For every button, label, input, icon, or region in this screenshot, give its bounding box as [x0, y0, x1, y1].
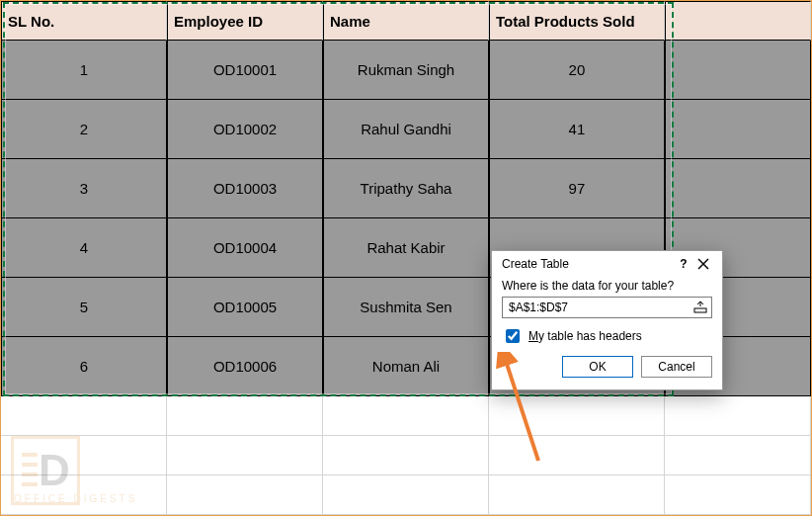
blank-cell[interactable] [1, 436, 167, 475]
dialog-title: Create Table [502, 257, 675, 271]
cell-sold[interactable]: 20 [489, 41, 665, 100]
range-input[interactable] [507, 300, 691, 315]
cell-sl[interactable]: 6 [1, 337, 167, 396]
blank-cell[interactable] [489, 475, 665, 515]
blank-cell[interactable] [665, 159, 811, 218]
range-input-wrapper [502, 297, 712, 318]
cell-emp[interactable]: OD10001 [167, 41, 323, 100]
cell-emp[interactable]: OD10006 [167, 337, 323, 396]
blank-cell[interactable] [167, 436, 323, 475]
create-table-dialog: Create Table ? Where is the data for you… [491, 250, 723, 390]
blank-cell[interactable] [323, 396, 489, 436]
blank-cell[interactable] [1, 475, 167, 515]
dialog-question: Where is the data for your table? [502, 279, 712, 293]
col-header-sold[interactable]: Total Products Sold [489, 1, 665, 41]
empty-row [1, 475, 811, 515]
table-header-row: SL No. Employee ID Name Total Products S… [1, 1, 811, 41]
cell-sl[interactable]: 4 [1, 218, 167, 278]
table-row: 2OD10002Rahul Gandhi41 [1, 100, 811, 159]
col-header-name[interactable]: Name [323, 1, 489, 41]
blank-cell[interactable] [323, 436, 489, 475]
dialog-titlebar: Create Table ? [492, 251, 722, 275]
ok-button[interactable]: OK [562, 356, 633, 378]
headers-checkbox-label[interactable]: My table has headers [528, 329, 642, 343]
cell-name[interactable]: Noman Ali [323, 337, 489, 396]
close-icon[interactable] [692, 258, 714, 270]
blank-cell[interactable] [665, 436, 811, 475]
blank-cell[interactable] [167, 475, 323, 515]
cell-sold[interactable]: 97 [489, 159, 665, 218]
cell-name[interactable]: Rahul Gandhi [323, 100, 489, 159]
cell-name[interactable]: Sushmita Sen [323, 278, 489, 337]
headers-checkbox-row: My table has headers [502, 326, 712, 346]
cell-sl[interactable]: 2 [1, 100, 167, 159]
cell-sl[interactable]: 5 [1, 278, 167, 337]
table-row: 3OD10003Tripathy Saha97 [1, 159, 811, 218]
cell-sl[interactable]: 3 [1, 159, 167, 218]
cell-emp[interactable]: OD10002 [167, 100, 323, 159]
cell-sold[interactable]: 41 [489, 100, 665, 159]
cell-name[interactable]: Rukman Singh [323, 41, 489, 100]
cell-name[interactable]: Rahat Kabir [323, 218, 489, 278]
cell-sl[interactable]: 1 [1, 41, 167, 100]
cell-emp[interactable]: OD10005 [167, 278, 323, 337]
blank-cell[interactable] [323, 475, 489, 515]
cell-emp[interactable]: OD10004 [167, 218, 323, 278]
col-header-sl[interactable]: SL No. [1, 1, 167, 41]
collapse-dialog-icon[interactable] [691, 300, 709, 315]
cancel-button[interactable]: Cancel [641, 356, 712, 378]
blank-cell[interactable] [489, 396, 665, 436]
svg-rect-2 [694, 308, 706, 312]
help-icon[interactable]: ? [675, 257, 692, 271]
empty-row [1, 436, 811, 475]
blank-cell[interactable] [665, 475, 811, 515]
blank-cell[interactable] [665, 100, 811, 159]
blank-cell[interactable] [665, 396, 811, 436]
blank-cell[interactable] [489, 436, 665, 475]
blank-cell[interactable] [665, 1, 811, 41]
cell-emp[interactable]: OD10003 [167, 159, 323, 218]
blank-cell[interactable] [167, 396, 323, 436]
empty-row [1, 396, 811, 436]
blank-cell[interactable] [1, 396, 167, 436]
col-header-emp[interactable]: Employee ID [167, 1, 323, 41]
table-row: 1OD10001Rukman Singh20 [1, 41, 811, 100]
cell-name[interactable]: Tripathy Saha [323, 159, 489, 218]
headers-checkbox[interactable] [506, 329, 520, 343]
blank-cell[interactable] [665, 41, 811, 100]
